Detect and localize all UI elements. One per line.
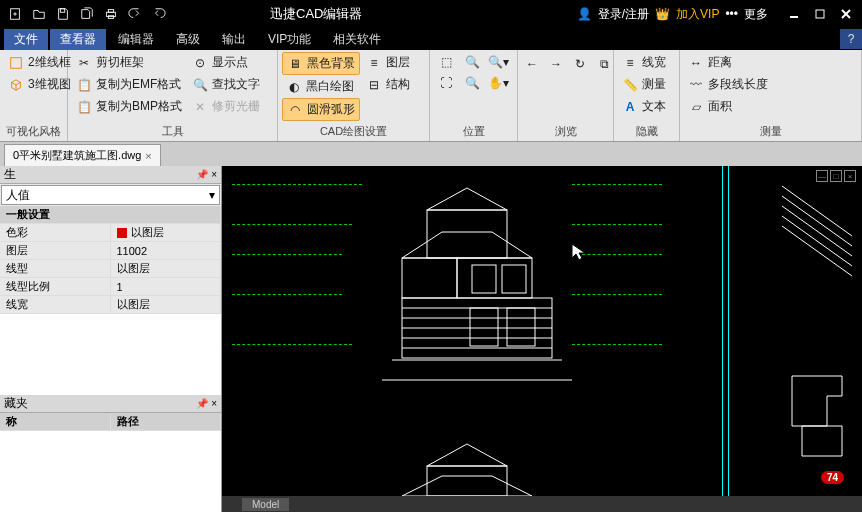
btn-zoom-window[interactable]: ⬚ (434, 52, 458, 72)
chevron-down-icon: ▾ (209, 188, 215, 202)
save-icon[interactable] (52, 3, 74, 25)
btn-text[interactable]: A文本 (618, 96, 670, 117)
trim-icon: ✕ (192, 99, 208, 115)
more-link[interactable]: 更多 (744, 6, 768, 23)
svg-marker-12 (427, 188, 507, 210)
btn-clip-frame[interactable]: ✂剪切框架 (72, 52, 186, 73)
menu-file[interactable]: 文件 (4, 29, 48, 50)
svg-marker-33 (402, 476, 532, 496)
saveall-icon[interactable] (76, 3, 98, 25)
search-icon: 🔍 (192, 77, 208, 93)
model-tab[interactable]: Model (242, 498, 289, 511)
menu-editor[interactable]: 编辑器 (108, 29, 164, 50)
btn-pan[interactable]: ✋▾ (486, 73, 510, 93)
refresh-icon: ↻ (572, 56, 588, 72)
zoom-in-icon: 🔍 (464, 54, 480, 70)
btn-copy-emf[interactable]: 📋复制为EMF格式 (72, 74, 186, 95)
wireframe-icon (8, 55, 24, 71)
btn-trim-raster[interactable]: ✕修剪光栅 (188, 96, 264, 117)
area-icon: ▱ (688, 99, 704, 115)
new-icon[interactable] (4, 3, 26, 25)
hand-icon: ✋▾ (490, 75, 506, 91)
drawing-canvas[interactable]: — □ × (222, 166, 862, 512)
object-type-combo[interactable]: 人值 ▾ (1, 185, 220, 205)
statusbar: Model (222, 496, 862, 512)
btn-zoom-realtime[interactable]: 🔍▾ (486, 52, 510, 72)
section-general[interactable]: 一般设置 (0, 206, 221, 224)
tree-icon: ⊟ (366, 77, 382, 93)
print-icon[interactable] (100, 3, 122, 25)
btn-zoom-in[interactable]: 🔍 (460, 52, 484, 72)
zoom-all-icon: 🔍 (464, 75, 480, 91)
svg-rect-11 (11, 57, 22, 68)
vip-link[interactable]: 加入VIP (676, 6, 719, 23)
btn-lineweight[interactable]: ≡线宽 (618, 52, 670, 73)
open-icon[interactable] (28, 3, 50, 25)
login-link[interactable]: 登录/注册 (598, 6, 649, 23)
arrow-left-icon: ← (524, 56, 540, 72)
btn-distance[interactable]: ↔距离 (684, 52, 772, 73)
close-button[interactable] (834, 4, 858, 24)
menu-advanced[interactable]: 高级 (166, 29, 210, 50)
ribbon: 2维线框 3维视图 可视化风格 ✂剪切框架 📋复制为EMF格式 📋复制为BMP格… (0, 50, 862, 142)
btn-redraw[interactable]: ↻ (570, 54, 590, 74)
ruler-icon: 📏 (622, 77, 638, 93)
btn-bw-draw[interactable]: ◐黑白绘图 (282, 76, 360, 97)
group-position: 位置 (434, 122, 513, 141)
count-badge: 74 (821, 471, 844, 484)
btn-area[interactable]: ▱面积 (684, 96, 772, 117)
undo-icon[interactable] (124, 3, 146, 25)
zoom-dyn-icon: 🔍▾ (490, 54, 506, 70)
prop-ltscale[interactable]: 线型比例1 (0, 278, 221, 296)
pin-icon[interactable]: 📌 × (196, 169, 217, 180)
btn-find-text[interactable]: 🔍查找文字 (188, 74, 264, 95)
group-browse: 浏览 (522, 122, 609, 141)
arc-icon: ◠ (287, 102, 303, 118)
btn-prev-view[interactable]: ← (522, 54, 542, 74)
more-dots[interactable]: ••• (725, 7, 738, 21)
maximize-button[interactable] (808, 4, 832, 24)
redo-icon[interactable] (148, 3, 170, 25)
prop-linetype[interactable]: 线型以图层 (0, 260, 221, 278)
menu-related[interactable]: 相关软件 (323, 29, 391, 50)
svg-rect-26 (507, 308, 535, 346)
svg-line-34 (782, 186, 852, 236)
btn-smooth-arc[interactable]: ◠圆滑弧形 (282, 98, 360, 121)
btn-copy-bmp[interactable]: 📋复制为BMP格式 (72, 96, 186, 117)
btn-zoom-all[interactable]: 🔍 (460, 73, 484, 93)
btn-layers[interactable]: ≡图层 (362, 52, 414, 73)
document-tab[interactable]: 0平米别墅建筑施工图.dwg × (4, 144, 161, 166)
svg-rect-18 (502, 265, 526, 293)
btn-3d-view[interactable]: 3维视图 (4, 74, 75, 95)
pin-icon[interactable]: 📌 × (196, 398, 217, 409)
menu-vip[interactable]: VIP功能 (258, 29, 321, 50)
prop-lineweight[interactable]: 线宽以图层 (0, 296, 221, 314)
btn-2d-wireframe[interactable]: 2维线框 (4, 52, 75, 73)
properties-panel: 生 📌 × 人值 ▾ 一般设置 色彩以图层 图层11002 线型以图层 线型比例… (0, 166, 222, 512)
contrast-icon: ◐ (286, 79, 302, 95)
btn-show-points[interactable]: ⊙显示点 (188, 52, 264, 73)
btn-next-view[interactable]: → (546, 54, 566, 74)
help-button[interactable]: ? (840, 29, 862, 49)
tab-close-icon[interactable]: × (145, 150, 151, 162)
menu-viewer[interactable]: 查看器 (50, 29, 106, 50)
panel-header-1: 生 📌 × (0, 166, 221, 184)
btn-black-bg[interactable]: 🖥黑色背景 (282, 52, 360, 75)
btn-structure[interactable]: ⊟结构 (362, 74, 414, 95)
svg-line-36 (782, 206, 852, 256)
btn-regen[interactable]: ⧉ (594, 54, 614, 74)
prop-color[interactable]: 色彩以图层 (0, 224, 221, 242)
btn-measure[interactable]: 📏测量 (618, 74, 670, 95)
prop-layer[interactable]: 图层11002 (0, 242, 221, 260)
svg-rect-3 (60, 9, 64, 13)
stair-detail (782, 176, 862, 296)
user-icon[interactable]: 👤 (577, 7, 592, 21)
group-measure: 测量 (684, 122, 857, 141)
document-tabbar: 0平米别墅建筑施工图.dwg × (0, 142, 862, 166)
minimize-button[interactable] (782, 4, 806, 24)
menu-output[interactable]: 输出 (212, 29, 256, 50)
app-title: 迅捷CAD编辑器 (270, 5, 362, 23)
btn-polyline-length[interactable]: 〰多段线长度 (684, 74, 772, 95)
arrow-right-icon: → (548, 56, 564, 72)
btn-zoom-extents[interactable]: ⛶ (434, 73, 458, 93)
